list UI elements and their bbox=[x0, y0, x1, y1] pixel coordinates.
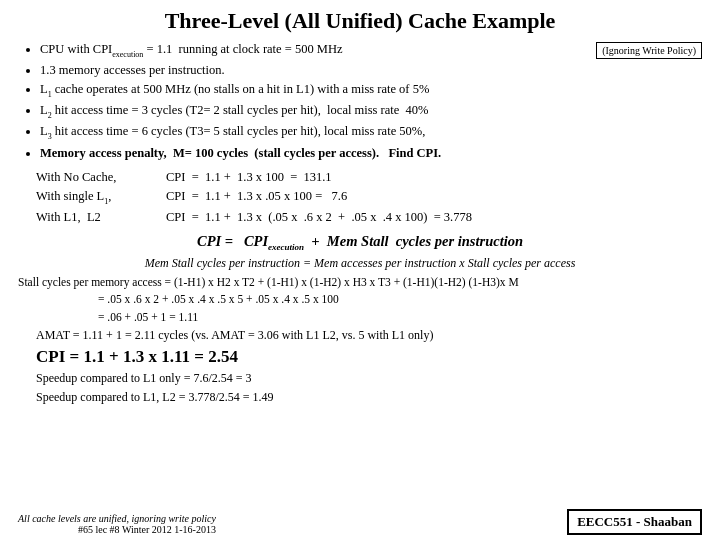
bullet-2: 1.3 memory accesses per instruction. bbox=[40, 61, 588, 79]
speedup-2: Speedup compared to L1, L2 = 3.778/2.54 … bbox=[36, 388, 702, 407]
cpi-row-1: With No Cache, CPI = 1.1 + 1.3 x 100 = 1… bbox=[36, 168, 702, 187]
amat-line: AMAT = 1.11 + 1 = 2.11 cycles (vs. AMAT … bbox=[36, 328, 702, 343]
cpi-label-2: With single L1, bbox=[36, 187, 166, 208]
mem-stall-formula: Mem Stall cycles per instruction = Mem a… bbox=[18, 256, 702, 271]
speedup-1: Speedup compared to L1 only = 7.6/2.54 =… bbox=[36, 369, 702, 388]
stall-cycles-section: Stall cycles per memory access = (1-H1) … bbox=[18, 274, 702, 326]
bullet-6: Memory access penalty, M= 100 cycles (st… bbox=[40, 144, 588, 162]
bullet-5: L3 hit access time = 6 cycles (T3= 5 sta… bbox=[40, 122, 588, 142]
all-cache-note-text: All cache levels are unified, ignoring w… bbox=[18, 513, 216, 524]
page-title: Three-Level (All Unified) Cache Example bbox=[18, 8, 702, 34]
cpi-value-3: CPI = 1.1 + 1.3 x (.05 x .6 x 2 + .05 x … bbox=[166, 208, 702, 227]
bottom-bar: All cache levels are unified, ignoring w… bbox=[18, 509, 702, 535]
cpi-table: With No Cache, CPI = 1.1 + 1.3 x 100 = 1… bbox=[36, 168, 702, 228]
bullet-list: CPU with CPIexecution = 1.1 running at c… bbox=[18, 40, 588, 163]
cpi-formula: CPI = CPIexecution + Mem Stall cycles pe… bbox=[18, 233, 702, 252]
cpi-value-2: CPI = 1.1 + 1.3 x .05 x 100 = 7.6 bbox=[166, 187, 702, 206]
cpi-label-3: With L1, L2 bbox=[36, 208, 166, 227]
all-cache-note: All cache levels are unified, ignoring w… bbox=[18, 513, 216, 535]
slide-number: #65 lec #8 Winter 2012 1-16-2013 bbox=[18, 524, 216, 535]
cpi-equals: CPI = bbox=[197, 233, 240, 249]
stall-indent-2: = .06 + .05 + 1 = 1.11 bbox=[18, 309, 702, 326]
eecc-badge: EECC551 - Shaaban bbox=[567, 509, 702, 535]
cpi-label-1: With No Cache, bbox=[36, 168, 166, 187]
stall-cycles-header: Stall cycles per memory access = (1-H1) … bbox=[18, 274, 702, 291]
cpi-result: CPI = 1.1 + 1.3 x 1.11 = 2.54 bbox=[36, 347, 684, 367]
bullet-3: L1 cache operates at 500 MHz (no stalls … bbox=[40, 80, 588, 100]
page: Three-Level (All Unified) Cache Example … bbox=[0, 0, 720, 540]
plus-mem-stall: + Mem Stall cycles per instruction bbox=[308, 233, 523, 249]
speedup-lines: Speedup compared to L1 only = 7.6/2.54 =… bbox=[36, 369, 702, 407]
bullet-1: CPU with CPIexecution = 1.1 running at c… bbox=[40, 40, 588, 60]
stall-indent-1: = .05 x .6 x 2 + .05 x .4 x .5 x 5 + .05… bbox=[18, 291, 702, 308]
cpi-row-3: With L1, L2 CPI = 1.1 + 1.3 x (.05 x .6 … bbox=[36, 208, 702, 227]
cpi-value-1: CPI = 1.1 + 1.3 x 100 = 131.1 bbox=[166, 168, 702, 187]
cpi-row-2: With single L1, CPI = 1.1 + 1.3 x .05 x … bbox=[36, 187, 702, 208]
bullet-4: L2 hit access time = 3 cycles (T2= 2 sta… bbox=[40, 101, 588, 121]
cpi-execution-term: CPIexecution bbox=[244, 233, 304, 249]
ignore-policy-label: (Ignoring Write Policy) bbox=[596, 42, 702, 59]
top-section: CPU with CPIexecution = 1.1 running at c… bbox=[18, 40, 702, 163]
